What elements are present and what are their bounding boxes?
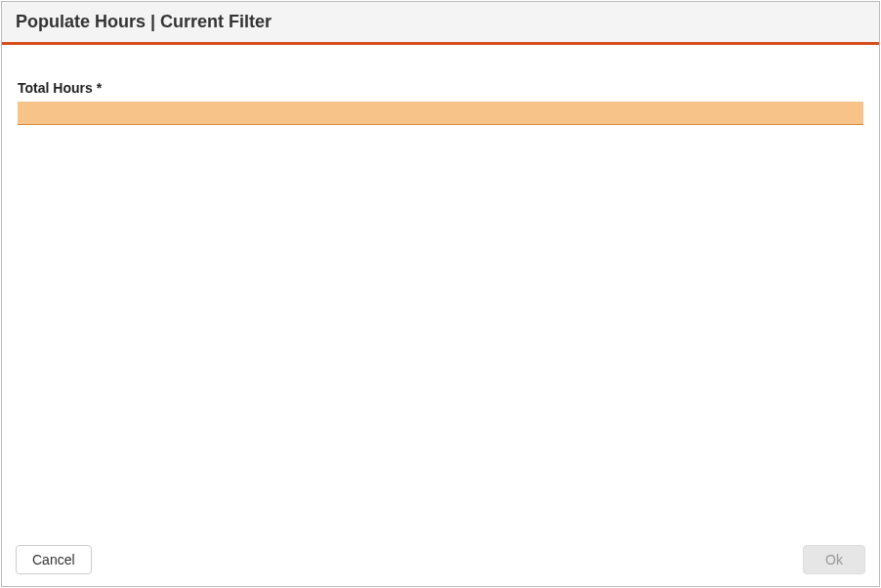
cancel-button[interactable]: Cancel	[16, 545, 92, 574]
ok-button[interactable]: Ok	[803, 545, 865, 574]
dialog-title: Populate Hours | Current Filter	[2, 2, 879, 45]
populate-hours-dialog: Populate Hours | Current Filter Total Ho…	[1, 1, 880, 587]
dialog-body: Total Hours *	[2, 45, 879, 535]
total-hours-input[interactable]	[18, 102, 863, 125]
total-hours-label: Total Hours *	[18, 80, 863, 96]
dialog-footer: Cancel Ok	[2, 535, 879, 586]
